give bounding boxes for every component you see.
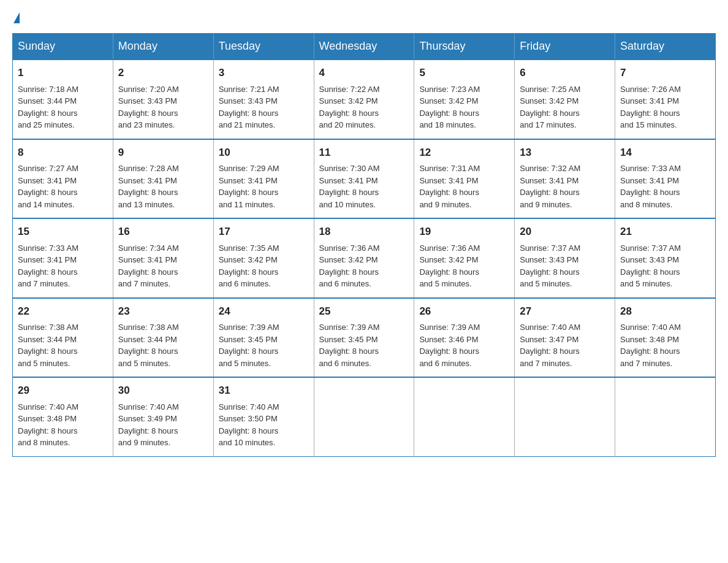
calendar-week-row: 22Sunrise: 7:38 AMSunset: 3:44 PMDayligh… (13, 298, 716, 378)
day-info: Sunrise: 7:36 AMSunset: 3:42 PMDaylight:… (319, 243, 380, 289)
day-number: 15 (18, 224, 108, 240)
day-number: 28 (620, 304, 710, 320)
page-header (12, 12, 716, 23)
day-number: 8 (18, 145, 108, 161)
day-info: Sunrise: 7:35 AMSunset: 3:42 PMDaylight:… (219, 243, 279, 289)
day-number: 11 (319, 145, 409, 161)
calendar-cell (615, 377, 716, 456)
weekday-header: Saturday (615, 34, 716, 60)
day-number: 26 (419, 304, 509, 320)
day-number: 29 (18, 383, 108, 399)
weekday-header: Sunday (13, 34, 113, 60)
day-info: Sunrise: 7:22 AMSunset: 3:42 PMDaylight:… (319, 85, 380, 130)
calendar-cell: 29Sunrise: 7:40 AMSunset: 3:48 PMDayligh… (13, 377, 113, 456)
calendar-week-row: 29Sunrise: 7:40 AMSunset: 3:48 PMDayligh… (13, 377, 716, 456)
day-info: Sunrise: 7:27 AMSunset: 3:41 PMDaylight:… (18, 164, 78, 209)
day-info: Sunrise: 7:39 AMSunset: 3:46 PMDaylight:… (419, 323, 480, 368)
calendar-cell: 30Sunrise: 7:40 AMSunset: 3:49 PMDayligh… (113, 377, 213, 456)
day-info: Sunrise: 7:37 AMSunset: 3:43 PMDaylight:… (620, 243, 681, 289)
day-number: 14 (620, 145, 710, 161)
day-number: 18 (319, 224, 409, 240)
calendar-cell: 18Sunrise: 7:36 AMSunset: 3:42 PMDayligh… (314, 218, 414, 298)
calendar-cell: 28Sunrise: 7:40 AMSunset: 3:48 PMDayligh… (615, 298, 716, 378)
day-info: Sunrise: 7:40 AMSunset: 3:49 PMDaylight:… (118, 402, 179, 448)
weekday-header: Monday (113, 34, 213, 60)
calendar-cell: 7Sunrise: 7:26 AMSunset: 3:41 PMDaylight… (615, 59, 716, 139)
calendar-cell: 21Sunrise: 7:37 AMSunset: 3:43 PMDayligh… (615, 218, 716, 298)
calendar-cell: 25Sunrise: 7:39 AMSunset: 3:45 PMDayligh… (314, 298, 414, 378)
day-info: Sunrise: 7:29 AMSunset: 3:41 PMDaylight:… (219, 164, 279, 209)
calendar-table: SundayMondayTuesdayWednesdayThursdayFrid… (12, 33, 716, 457)
day-number: 27 (520, 304, 610, 320)
day-number: 6 (520, 65, 610, 81)
day-number: 24 (219, 304, 309, 320)
day-number: 2 (118, 65, 208, 81)
calendar-cell: 8Sunrise: 7:27 AMSunset: 3:41 PMDaylight… (13, 139, 113, 219)
day-info: Sunrise: 7:38 AMSunset: 3:44 PMDaylight:… (118, 323, 179, 368)
calendar-cell (414, 377, 515, 456)
day-number: 20 (520, 224, 610, 240)
weekday-row: SundayMondayTuesdayWednesdayThursdayFrid… (13, 34, 716, 60)
day-number: 5 (419, 65, 509, 81)
day-info: Sunrise: 7:33 AMSunset: 3:41 PMDaylight:… (18, 243, 78, 289)
calendar-cell: 9Sunrise: 7:28 AMSunset: 3:41 PMDaylight… (113, 139, 213, 219)
calendar-cell: 22Sunrise: 7:38 AMSunset: 3:44 PMDayligh… (13, 298, 113, 378)
calendar-cell: 6Sunrise: 7:25 AMSunset: 3:42 PMDaylight… (515, 59, 615, 139)
day-info: Sunrise: 7:37 AMSunset: 3:43 PMDaylight:… (520, 243, 580, 289)
day-info: Sunrise: 7:36 AMSunset: 3:42 PMDaylight:… (419, 243, 480, 289)
calendar-cell: 12Sunrise: 7:31 AMSunset: 3:41 PMDayligh… (414, 139, 515, 219)
day-number: 10 (219, 145, 309, 161)
calendar-cell: 10Sunrise: 7:29 AMSunset: 3:41 PMDayligh… (213, 139, 314, 219)
calendar-cell: 16Sunrise: 7:34 AMSunset: 3:41 PMDayligh… (113, 218, 213, 298)
weekday-header: Thursday (414, 34, 515, 60)
day-number: 25 (319, 304, 409, 320)
day-number: 23 (118, 304, 208, 320)
day-number: 21 (620, 224, 710, 240)
day-info: Sunrise: 7:40 AMSunset: 3:48 PMDaylight:… (18, 402, 78, 448)
calendar-cell: 19Sunrise: 7:36 AMSunset: 3:42 PMDayligh… (414, 218, 515, 298)
day-info: Sunrise: 7:31 AMSunset: 3:41 PMDaylight:… (419, 164, 480, 209)
calendar-cell: 31Sunrise: 7:40 AMSunset: 3:50 PMDayligh… (213, 377, 314, 456)
calendar-cell: 14Sunrise: 7:33 AMSunset: 3:41 PMDayligh… (615, 139, 716, 219)
calendar-cell: 4Sunrise: 7:22 AMSunset: 3:42 PMDaylight… (314, 59, 414, 139)
day-info: Sunrise: 7:33 AMSunset: 3:41 PMDaylight:… (620, 164, 681, 209)
calendar-cell: 5Sunrise: 7:23 AMSunset: 3:42 PMDaylight… (414, 59, 515, 139)
calendar-cell: 26Sunrise: 7:39 AMSunset: 3:46 PMDayligh… (414, 298, 515, 378)
calendar-body: 1Sunrise: 7:18 AMSunset: 3:44 PMDaylight… (13, 59, 716, 456)
calendar-cell: 3Sunrise: 7:21 AMSunset: 3:43 PMDaylight… (213, 59, 314, 139)
day-info: Sunrise: 7:40 AMSunset: 3:48 PMDaylight:… (620, 323, 681, 368)
day-number: 1 (18, 65, 108, 81)
day-info: Sunrise: 7:40 AMSunset: 3:47 PMDaylight:… (520, 323, 580, 368)
day-number: 22 (18, 304, 108, 320)
day-number: 17 (219, 224, 309, 240)
day-info: Sunrise: 7:21 AMSunset: 3:43 PMDaylight:… (219, 85, 279, 130)
weekday-header: Friday (515, 34, 615, 60)
day-number: 9 (118, 145, 208, 161)
calendar-header: SundayMondayTuesdayWednesdayThursdayFrid… (13, 34, 716, 60)
calendar-cell: 2Sunrise: 7:20 AMSunset: 3:43 PMDaylight… (113, 59, 213, 139)
calendar-week-row: 15Sunrise: 7:33 AMSunset: 3:41 PMDayligh… (13, 218, 716, 298)
day-info: Sunrise: 7:34 AMSunset: 3:41 PMDaylight:… (118, 243, 179, 289)
day-info: Sunrise: 7:40 AMSunset: 3:50 PMDaylight:… (219, 402, 279, 448)
day-info: Sunrise: 7:30 AMSunset: 3:41 PMDaylight:… (319, 164, 380, 209)
calendar-cell: 13Sunrise: 7:32 AMSunset: 3:41 PMDayligh… (515, 139, 615, 219)
day-number: 30 (118, 383, 208, 399)
day-number: 3 (219, 65, 309, 81)
day-info: Sunrise: 7:20 AMSunset: 3:43 PMDaylight:… (118, 85, 179, 130)
day-info: Sunrise: 7:32 AMSunset: 3:41 PMDaylight:… (520, 164, 580, 209)
calendar-cell: 11Sunrise: 7:30 AMSunset: 3:41 PMDayligh… (314, 139, 414, 219)
day-info: Sunrise: 7:28 AMSunset: 3:41 PMDaylight:… (118, 164, 179, 209)
day-info: Sunrise: 7:25 AMSunset: 3:42 PMDaylight:… (520, 85, 580, 130)
logo (12, 12, 21, 23)
calendar-week-row: 1Sunrise: 7:18 AMSunset: 3:44 PMDaylight… (13, 59, 716, 139)
day-info: Sunrise: 7:26 AMSunset: 3:41 PMDaylight:… (620, 85, 681, 130)
day-number: 31 (219, 383, 309, 399)
weekday-header: Wednesday (314, 34, 414, 60)
day-number: 12 (419, 145, 509, 161)
logo-triangle-icon (13, 12, 20, 23)
day-info: Sunrise: 7:38 AMSunset: 3:44 PMDaylight:… (18, 323, 78, 368)
calendar-cell: 17Sunrise: 7:35 AMSunset: 3:42 PMDayligh… (213, 218, 314, 298)
day-number: 13 (520, 145, 610, 161)
calendar-cell: 23Sunrise: 7:38 AMSunset: 3:44 PMDayligh… (113, 298, 213, 378)
calendar-cell: 24Sunrise: 7:39 AMSunset: 3:45 PMDayligh… (213, 298, 314, 378)
